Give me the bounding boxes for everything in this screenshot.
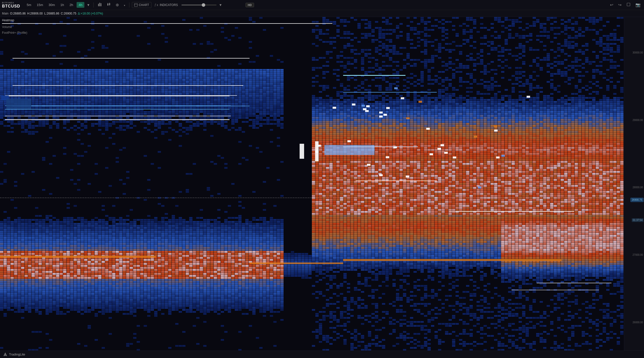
price-tick-27000: 27000.00 — [625, 254, 643, 256]
heatmap-canvas — [0, 17, 624, 358]
chart-label-text: CHART — [139, 3, 149, 7]
redo-btn[interactable]: ↪ — [617, 2, 623, 8]
pair-label: BTCUSD — [2, 4, 20, 8]
svg-rect-1 — [99, 3, 100, 6]
price-tick-29000: 29000.00 — [625, 119, 643, 122]
chart-type-candle[interactable] — [105, 1, 113, 9]
hd-badge[interactable]: HD — [246, 3, 254, 7]
current-price-box: 26900.75 — [630, 198, 643, 202]
tf-4h[interactable]: 4h — [77, 2, 84, 8]
toolbar-right: ↩ ↪ 📷 — [608, 2, 642, 8]
close-price: C:26900.75 — [61, 12, 76, 15]
open-price: O:26885.86 — [10, 12, 26, 15]
slider-fill — [181, 4, 204, 6]
brand: BITFINEX BTCUSD — [2, 2, 20, 8]
current-price-value: 26900.75 — [632, 198, 642, 201]
tf-dropdown-btn[interactable]: ▾ — [86, 2, 91, 8]
order-line-8 — [512, 290, 599, 290]
delta-price: Δ:+18.00 (+0.07%) — [78, 12, 103, 15]
separator-1 — [93, 2, 94, 8]
order-line-1 — [13, 58, 250, 58]
screenshot-btn[interactable]: 📷 — [634, 2, 642, 8]
tf-2h[interactable]: 2h — [68, 2, 75, 8]
tf-1h[interactable]: 1h — [58, 2, 66, 8]
chart-type-crosshair[interactable]: ⊕ — [114, 2, 120, 8]
low-price: L:26885.86 — [44, 12, 59, 15]
tradinglite-logo: TradingLite — [3, 352, 25, 357]
svg-rect-0 — [98, 4, 99, 6]
chart-button[interactable]: CHART — [132, 2, 151, 8]
separator-2 — [129, 2, 129, 8]
tf-15m[interactable]: 15m — [35, 2, 45, 8]
slider-container: ▾ — [181, 2, 244, 8]
svg-rect-7 — [134, 4, 137, 6]
undo-btn[interactable]: ↩ — [608, 2, 615, 8]
main-label: Main — [2, 12, 9, 15]
time-value: 01:37:54 — [633, 219, 642, 222]
time-box: 01:37:54 — [632, 218, 643, 222]
high-price: H:26906.00 — [27, 12, 43, 15]
indicators-button[interactable]: f x INDICATORS — [153, 2, 180, 8]
slider-dropdown[interactable]: ▾ — [218, 2, 223, 8]
chart-canvas[interactable] — [0, 17, 624, 358]
order-line-5 — [343, 75, 405, 76]
indicators-label: INDICATORS — [160, 3, 178, 7]
crosshair-h — [0, 198, 624, 198]
fullscreen-btn[interactable] — [625, 2, 632, 8]
price-axis: 30000.00 29000.00 28000.00 27000.00 2600… — [624, 17, 644, 358]
order-block-1 — [6, 99, 31, 109]
svg-rect-2 — [101, 3, 101, 6]
tradinglite-text: TradingLite — [9, 352, 25, 356]
chart-more[interactable] — [122, 2, 127, 8]
bottom-bar: TradingLite — [0, 350, 644, 358]
opacity-slider[interactable] — [181, 4, 217, 6]
exchange-label: BITFINEX — [2, 2, 20, 4]
order-line-4 — [343, 92, 437, 92]
order-line-6 — [343, 146, 418, 147]
svg-rect-9 — [627, 3, 630, 6]
slider-thumb[interactable] — [202, 3, 205, 7]
order-line-2 — [13, 85, 243, 86]
order-line-7 — [449, 211, 574, 212]
price-tick-30000: 30000.00 — [625, 51, 643, 54]
price-tick-28000: 28000.00 — [625, 186, 643, 189]
tf-5m[interactable]: 5m — [25, 2, 33, 8]
tf-30m[interactable]: 30m — [47, 2, 57, 8]
order-line-3 — [13, 106, 250, 106]
chart-area: Heatmap Volume FootPrint+ (Profile) — [0, 17, 644, 358]
price-tick-26000: 26000.00 — [625, 321, 643, 324]
price-bar: Main O:26885.86 H:26906.00 L:26885.86 C:… — [0, 10, 644, 17]
fx-icon: f — [155, 3, 156, 7]
chart-type-bar[interactable] — [96, 1, 104, 9]
toolbar: BITFINEX BTCUSD 5m 15m 30m 1h 2h 4h ▾ ⊕ … — [0, 0, 644, 10]
